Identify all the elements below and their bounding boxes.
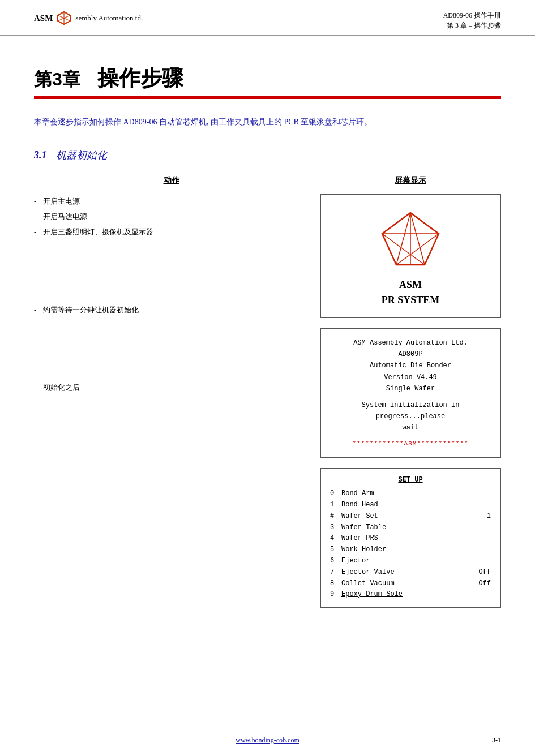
footer-link[interactable]: www.bonding-cob.com — [236, 736, 299, 745]
setup-row-5: 5 Work Holder — [330, 544, 491, 556]
left-column: 动作 开启主电源 开启马达电源 开启三盏照明灯、摄像机及显示器 约需等待一分钟让… — [34, 175, 309, 619]
section-number: 3.1 — [34, 149, 47, 161]
left-col-header: 动作 — [34, 175, 309, 186]
setup-row-7: 7 Ejector Valve Off — [330, 567, 491, 578]
chapter-red-line — [34, 96, 501, 99]
setup-row-1: 1 Bond Head — [330, 500, 491, 511]
right-column: 屏幕显示 ASM PR SYSTEM — [320, 175, 501, 619]
screen-logo-box: ASM PR SYSTEM — [320, 194, 501, 318]
screen-setup-box: SET UP 0 Bond Arm 1 Bond Head # Wafer Se… — [320, 468, 501, 608]
init-line5: Single Wafer — [330, 383, 491, 394]
setup-row-0: 0 Bond Arm — [330, 488, 491, 500]
setup-row-4: 4 Wafer PRS — [330, 533, 491, 544]
footer-separator-line — [34, 732, 501, 732]
init-line6: System initialization in progress...plea… — [330, 400, 491, 423]
setup-row-hash: # Wafer Set 1 — [330, 511, 491, 522]
section-title: 机器初始化 — [56, 149, 107, 161]
page-header: ASM sembly Automation td. AD809-06 操作手册 … — [0, 0, 535, 36]
chapter-number: 第3章 — [34, 58, 80, 92]
header-doc-title: AD809-06 操作手册 — [443, 10, 501, 20]
asm-logo-text: ASM — [34, 14, 53, 23]
action-item: 开启三盏照明灯、摄像机及显示器 — [34, 224, 309, 239]
header-doc-subtitle: 第 3 章 – 操作步骤 — [443, 20, 501, 31]
init-line3: Automatic Die Bonder — [330, 360, 491, 371]
action-item: 开启马达电源 — [34, 209, 309, 224]
setup-display: SET UP 0 Bond Arm 1 Bond Head # Wafer Se… — [321, 469, 500, 607]
action-list-1: 开启主电源 开启马达电源 开启三盏照明灯、摄像机及显示器 — [34, 194, 309, 240]
action-list-3: 初始化之后 — [34, 380, 309, 395]
init-line4: Version V4.49 — [330, 372, 491, 383]
init-display: ASM Assembly Automation Ltd. AD809P Auto… — [321, 329, 500, 457]
svg-line-10 — [410, 213, 425, 265]
header-left: ASM sembly Automation td. — [34, 10, 143, 26]
setup-row-3: 3 Wafer Table — [330, 522, 491, 534]
right-col-header: 屏幕显示 — [320, 175, 501, 186]
action-item: 约需等待一分钟让机器初始化 — [34, 302, 309, 317]
action-block-2: 约需等待一分钟让机器初始化 — [34, 302, 309, 317]
header-right: AD809-06 操作手册 第 3 章 – 操作步骤 — [443, 10, 501, 31]
asm-logo-display: ASM PR SYSTEM — [321, 195, 500, 317]
init-line7: wait — [330, 422, 491, 433]
chapter-section: 第3章 操作步骤 — [0, 36, 535, 99]
header-company: sembly Automation td. — [75, 14, 143, 23]
setup-row-9: 9 Epoxy Drum Sole — [330, 589, 491, 600]
asm-diamond-icon — [376, 208, 444, 270]
section-heading: 3.1机器初始化 — [0, 148, 535, 162]
screen-init-box: ASM Assembly Automation Ltd. AD809P Auto… — [320, 328, 501, 458]
action-item: 开启主电源 — [34, 194, 309, 209]
action-item: 初始化之后 — [34, 380, 309, 395]
action-block-3: 初始化之后 — [34, 380, 309, 395]
asm-logo-icon — [56, 10, 72, 26]
asm-pr-title: ASM PR SYSTEM — [382, 277, 440, 308]
page-number: 3-1 — [492, 736, 501, 745]
chapter-title: 第3章 操作步骤 — [34, 58, 501, 93]
svg-line-9 — [396, 213, 410, 265]
setup-row-8: 8 Collet Vacuum Off — [330, 578, 491, 590]
action-list-2: 约需等待一分钟让机器初始化 — [34, 302, 309, 317]
init-line1: ASM Assembly Automation Ltd. — [330, 337, 491, 349]
init-blink-line: ************ASM************ — [330, 439, 491, 449]
intro-paragraph: 本章会逐步指示如何操作 AD809-06 自动管芯焊机, 由工作夹具载具上的 P… — [0, 115, 535, 130]
setup-row-6: 6 Ejector — [330, 556, 491, 567]
chapter-name: 操作步骤 — [97, 64, 183, 93]
init-line2: AD809P — [330, 349, 491, 360]
page-footer: www.bonding-cob.com 3-1 — [0, 736, 535, 745]
content-area: 动作 开启主电源 开启马达电源 开启三盏照明灯、摄像机及显示器 约需等待一分钟让… — [0, 175, 535, 619]
setup-title: SET UP — [330, 475, 491, 486]
action-block-1: 开启主电源 开启马达电源 开启三盏照明灯、摄像机及显示器 — [34, 194, 309, 240]
